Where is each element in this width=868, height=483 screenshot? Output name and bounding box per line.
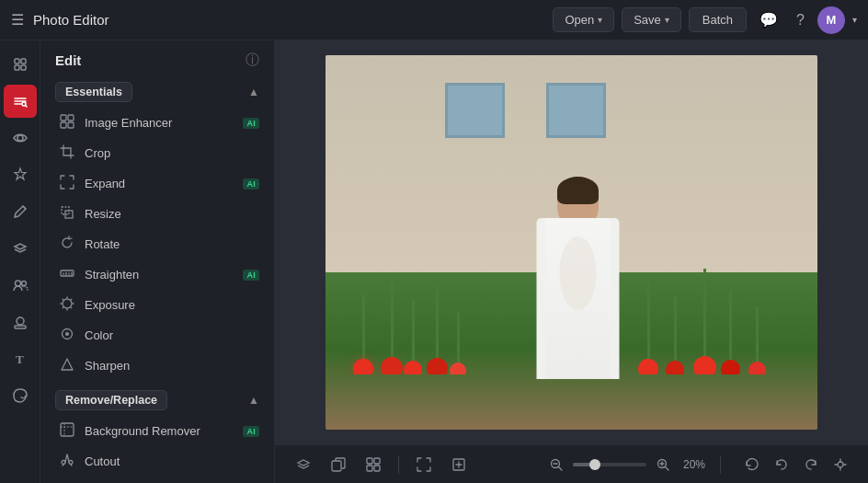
remove-replace-section-header[interactable]: Remove/Replace ▲: [40, 385, 274, 416]
chat-icon[interactable]: 💬: [754, 7, 783, 32]
svg-point-13: [17, 317, 24, 325]
menu-item-expand[interactable]: Expand AI: [40, 168, 274, 199]
svg-line-33: [71, 307, 72, 308]
menu-item-background-remover[interactable]: Background Remover AI: [40, 416, 274, 446]
help-icon[interactable]: ?: [791, 8, 810, 32]
avatar[interactable]: M: [817, 6, 845, 34]
svg-rect-19: [68, 122, 74, 128]
panel-info-icon[interactable]: ⓘ: [246, 52, 259, 69]
open-button[interactable]: Open ▾: [553, 7, 614, 32]
menu-item-sharpen[interactable]: Sharpen: [40, 351, 274, 381]
zoom-value: 20%: [680, 458, 709, 471]
remove-replace-section-title: Remove/Replace: [55, 390, 167, 410]
topbar-actions: Open ▾ Save ▾ Batch 💬 ? M ▾: [553, 6, 857, 34]
undo-button[interactable]: [769, 454, 794, 476]
image-enhancer-icon: [59, 114, 75, 132]
nav-view-icon[interactable]: [4, 121, 37, 155]
sharpen-icon: [59, 357, 75, 374]
straighten-ai-badge: AI: [243, 270, 259, 281]
bottom-toolbar: 20%: [275, 444, 868, 483]
panel-scroll[interactable]: Essentials ▲ Image Enhancer AI Crop: [40, 76, 274, 483]
menu-item-resize[interactable]: Resize: [40, 199, 274, 229]
main-content: T Edit ⓘ Essentials ▲ Imag: [0, 40, 868, 483]
exposure-label: Exposure: [85, 298, 259, 312]
menu-item-rotate[interactable]: Rotate: [40, 229, 274, 259]
cutout-icon: [59, 453, 75, 470]
duplicate-icon[interactable]: [325, 453, 352, 477]
straighten-label: Straighten: [85, 268, 234, 282]
photo-container: [326, 55, 817, 430]
menu-item-image-enhancer[interactable]: Image Enhancer AI: [40, 108, 274, 138]
svg-rect-46: [367, 466, 372, 471]
essentials-section-header[interactable]: Essentials ▲: [40, 76, 274, 108]
grid-view-icon[interactable]: [360, 453, 387, 477]
open-chevron-icon: ▾: [598, 15, 602, 25]
side-panel: Edit ⓘ Essentials ▲ Image Enhancer AI Cr…: [40, 40, 275, 483]
image-enhancer-label: Image Enhancer: [85, 116, 234, 130]
panel-header: Edit ⓘ: [40, 40, 274, 76]
svg-point-11: [15, 281, 20, 286]
svg-rect-47: [374, 466, 380, 471]
svg-text:T: T: [16, 352, 24, 366]
sharpen-label: Sharpen: [85, 359, 259, 373]
menu-item-object-eraser[interactable]: Object Eraser AI: [40, 477, 274, 483]
icon-nav: T: [0, 40, 40, 483]
redo-button[interactable]: [798, 454, 824, 476]
background-remover-label: Background Remover: [85, 424, 234, 438]
window-left: [445, 83, 505, 138]
svg-rect-17: [68, 115, 74, 121]
svg-rect-18: [61, 122, 66, 128]
revert-button[interactable]: [828, 454, 853, 476]
cutout-label: Cutout: [85, 454, 259, 468]
zoom-slider[interactable]: [573, 463, 646, 466]
history-button[interactable]: [739, 454, 765, 476]
zoom-fit-icon[interactable]: [445, 453, 473, 477]
resize-label: Resize: [85, 207, 259, 221]
nav-faces-icon[interactable]: [4, 269, 37, 302]
zoom-in-icon[interactable]: [650, 454, 676, 476]
svg-rect-1: [21, 59, 26, 63]
undo-redo-group: [739, 454, 853, 476]
photo-image: [326, 55, 817, 430]
svg-rect-14: [15, 326, 26, 328]
zoom-out-icon[interactable]: [543, 454, 569, 476]
crop-label: Crop: [85, 146, 259, 160]
svg-rect-43: [332, 461, 341, 471]
expand-label: Expand: [85, 177, 234, 190]
menu-item-color[interactable]: Color: [40, 320, 274, 351]
menu-item-crop[interactable]: Crop: [40, 138, 274, 168]
essentials-chevron-icon: ▲: [248, 86, 259, 98]
nav-effects-icon[interactable]: [4, 158, 37, 191]
menu-icon[interactable]: ☰: [11, 11, 24, 29]
svg-point-12: [21, 282, 26, 286]
batch-button[interactable]: Batch: [689, 7, 747, 32]
svg-rect-44: [367, 458, 372, 464]
svg-line-51: [559, 466, 563, 470]
fit-to-screen-icon[interactable]: [410, 453, 438, 477]
straighten-icon: [59, 266, 75, 283]
nav-stickers-icon[interactable]: [4, 379, 37, 412]
nav-stamp-icon[interactable]: [4, 305, 37, 339]
expand-icon: [59, 175, 75, 192]
svg-line-8: [25, 105, 27, 107]
menu-item-cutout[interactable]: Cutout: [40, 446, 274, 477]
nav-draw-icon[interactable]: [4, 195, 37, 228]
canvas-content[interactable]: [275, 40, 868, 444]
layers-panel-icon[interactable]: [290, 453, 317, 477]
svg-point-40: [69, 461, 73, 465]
nav-layers-icon[interactable]: [4, 232, 37, 265]
nav-enhance-icon[interactable]: [4, 48, 37, 81]
nav-text-icon[interactable]: T: [4, 342, 37, 375]
menu-item-straighten[interactable]: Straighten AI: [40, 259, 274, 290]
svg-rect-38: [61, 423, 74, 436]
save-chevron-icon: ▾: [665, 15, 669, 25]
svg-line-34: [63, 307, 63, 308]
svg-point-37: [65, 332, 69, 336]
exposure-icon: [59, 296, 75, 314]
svg-point-9: [17, 135, 23, 141]
menu-item-exposure[interactable]: Exposure: [40, 290, 274, 320]
app-title: Photo Editor: [33, 12, 109, 28]
rotate-label: Rotate: [85, 237, 259, 251]
nav-edit-icon[interactable]: [4, 85, 37, 118]
save-button[interactable]: Save ▾: [622, 7, 681, 32]
